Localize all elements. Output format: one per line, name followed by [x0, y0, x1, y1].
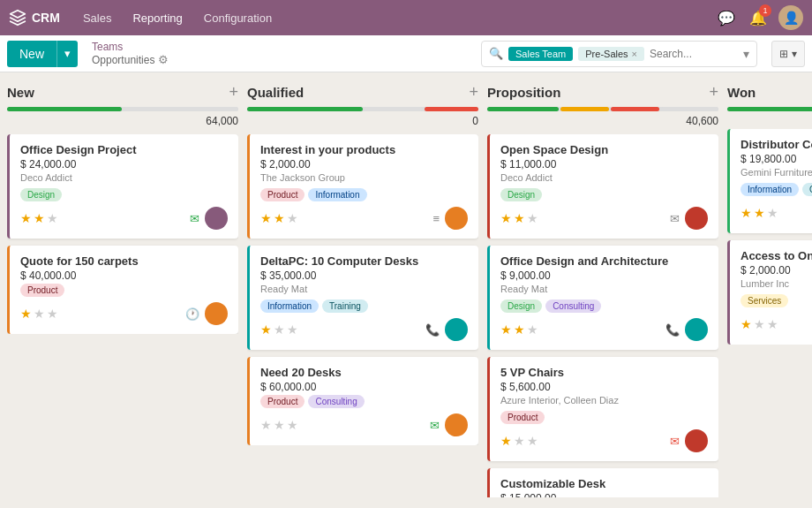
star-filled[interactable]: ★ — [500, 322, 512, 337]
card-stars[interactable]: ★★★ — [260, 211, 298, 225]
card-avatar[interactable] — [445, 413, 468, 436]
card-tag[interactable]: Design — [500, 188, 542, 201]
view-toggle-button[interactable]: ⊞ ▾ — [771, 41, 805, 67]
card-tag[interactable]: Information — [308, 188, 366, 201]
card-tag[interactable]: Product — [260, 395, 304, 408]
card-avatar[interactable] — [205, 207, 228, 230]
star-empty[interactable]: ★ — [527, 434, 538, 448]
card-tag[interactable]: Product — [20, 284, 64, 297]
search-input[interactable] — [650, 48, 738, 60]
search-dropdown-icon[interactable]: ▾ — [743, 47, 749, 61]
card-tag[interactable]: Design — [20, 188, 62, 201]
star-filled[interactable]: ★ — [260, 322, 272, 337]
phone-icon[interactable]: 📞 — [425, 323, 440, 337]
star-empty[interactable]: ★ — [767, 206, 778, 220]
star-filled[interactable]: ★ — [260, 211, 272, 225]
star-filled[interactable]: ★ — [500, 211, 512, 225]
new-dropdown-button[interactable]: ▾ — [56, 41, 78, 67]
star-empty[interactable]: ★ — [527, 211, 538, 225]
kanban-card[interactable]: 5 VP Chairs $ 5,600.00 Azure Interior, C… — [487, 357, 718, 461]
star-empty[interactable]: ★ — [287, 322, 298, 337]
card-tag[interactable]: Information — [741, 183, 799, 196]
star-empty[interactable]: ★ — [767, 317, 778, 331]
card-stars[interactable]: ★★★ — [741, 206, 778, 220]
col-add-new[interactable]: + — [229, 83, 238, 102]
col-add-qualified[interactable]: + — [469, 83, 478, 102]
table-icon[interactable]: ≡ — [432, 212, 440, 225]
card-avatar[interactable] — [445, 207, 468, 230]
star-empty[interactable]: ★ — [260, 418, 272, 432]
star-empty[interactable]: ★ — [514, 434, 525, 448]
star-filled[interactable]: ★ — [741, 206, 752, 220]
envelope-icon[interactable]: ✉ — [670, 435, 680, 448]
card-tag[interactable]: Product — [260, 188, 304, 201]
star-empty[interactable]: ★ — [754, 317, 765, 331]
card-avatar[interactable] — [205, 302, 228, 325]
star-empty[interactable]: ★ — [287, 211, 298, 225]
kanban-card[interactable]: Customizable Desk $ 15,000.00 Azure Inte… — [487, 468, 718, 497]
card-tag[interactable]: Training — [322, 299, 368, 313]
star-empty[interactable]: ★ — [47, 211, 58, 225]
search-tag-presales[interactable]: Pre-Sales × — [578, 47, 644, 61]
envelope-icon[interactable]: ✉ — [430, 419, 440, 432]
star-filled[interactable]: ★ — [741, 317, 752, 331]
card-tag[interactable]: Consulting — [308, 395, 364, 408]
card-stars[interactable]: ★★★ — [20, 211, 58, 225]
card-tag[interactable]: Consulting — [545, 299, 601, 313]
kanban-card[interactable]: Need 20 Desks $ 60,000.00 ProductConsult… — [247, 357, 478, 445]
kanban-card[interactable]: DeltaPC: 10 Computer Desks $ 35,000.00 R… — [247, 246, 478, 350]
star-empty[interactable]: ★ — [274, 322, 285, 337]
kanban-card[interactable]: Access to Online C... $ 2,000.00 Lumber … — [727, 240, 812, 345]
star-filled[interactable]: ★ — [34, 211, 45, 225]
kanban-card[interactable]: Distributor Contra... $ 19,800.00 Gemini… — [727, 129, 812, 233]
star-empty[interactable]: ★ — [34, 307, 45, 321]
nav-reporting[interactable]: Reporting — [124, 6, 191, 30]
card-tag[interactable]: Product — [500, 411, 545, 424]
star-empty[interactable]: ★ — [527, 322, 538, 337]
card-avatar[interactable] — [685, 207, 708, 230]
kanban-card[interactable]: Open Space Design $ 11,000.00 Deco Addic… — [487, 134, 718, 239]
star-empty[interactable]: ★ — [47, 307, 58, 321]
card-stars[interactable]: ★★★ — [20, 307, 58, 321]
card-avatar[interactable] — [685, 429, 708, 452]
card-stars[interactable]: ★★★ — [260, 418, 298, 432]
envelope-icon[interactable]: ✉ — [190, 212, 199, 225]
card-tag[interactable]: Design — [500, 299, 542, 313]
card-tag[interactable]: Services — [741, 294, 788, 307]
breadcrumb-parent[interactable]: Teams — [92, 41, 169, 53]
card-avatar[interactable] — [685, 318, 708, 341]
star-filled[interactable]: ★ — [20, 211, 32, 225]
star-filled[interactable]: ★ — [514, 322, 525, 337]
settings-gear-icon[interactable]: ⚙ — [158, 53, 169, 66]
card-stars[interactable]: ★★★ — [500, 434, 538, 448]
phone-icon[interactable]: 📞 — [665, 323, 680, 337]
star-filled[interactable]: ★ — [20, 307, 32, 321]
chat-icon-btn[interactable]: 💬 — [715, 6, 738, 29]
card-tag[interactable]: Information — [260, 299, 319, 313]
card-stars[interactable]: ★★★ — [260, 322, 298, 337]
search-tag-salesteam[interactable]: Sales Team — [508, 47, 573, 61]
remove-presales-tag-icon[interactable]: × — [632, 49, 637, 59]
card-stars[interactable]: ★★★ — [500, 211, 538, 225]
star-filled[interactable]: ★ — [754, 206, 765, 220]
card-stars[interactable]: ★★★ — [500, 322, 538, 337]
card-tag[interactable]: Other — [802, 183, 812, 196]
bell-icon-btn[interactable]: 🔔 1 — [747, 6, 770, 29]
star-empty[interactable]: ★ — [274, 418, 285, 432]
envelope-icon[interactable]: ✉ — [670, 212, 680, 225]
new-button[interactable]: New — [7, 41, 56, 67]
user-avatar[interactable]: 👤 — [778, 5, 803, 30]
card-avatar[interactable] — [445, 318, 468, 341]
kanban-card[interactable]: Office Design and Architecture $ 9,000.0… — [487, 246, 718, 350]
nav-sales[interactable]: Sales — [74, 6, 121, 30]
star-empty[interactable]: ★ — [287, 418, 298, 432]
kanban-card[interactable]: Interest in your products $ 2,000.00 The… — [247, 134, 478, 239]
card-stars[interactable]: ★★★ — [741, 317, 778, 331]
nav-configuration[interactable]: Configuration — [195, 6, 281, 30]
star-filled[interactable]: ★ — [514, 211, 525, 225]
star-filled[interactable]: ★ — [274, 211, 285, 225]
col-add-proposition[interactable]: + — [709, 83, 718, 102]
kanban-card[interactable]: Quote for 150 carpets $ 40,000.00 Produc… — [7, 246, 238, 334]
logo[interactable]: CRM — [9, 9, 60, 27]
star-filled[interactable]: ★ — [500, 434, 512, 448]
